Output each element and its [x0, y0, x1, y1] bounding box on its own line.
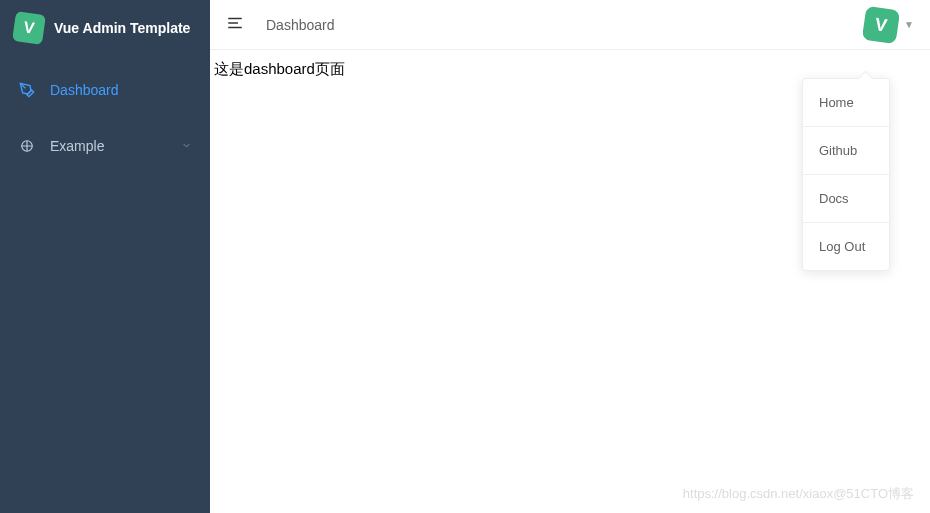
logo-icon: V [12, 11, 46, 45]
example-icon [18, 139, 36, 153]
dashboard-icon [18, 82, 36, 98]
sidebar-item-example[interactable]: Example [0, 118, 210, 174]
logo-text: Vue Admin Template [54, 20, 190, 36]
dropdown-item-github[interactable]: Github [803, 126, 889, 174]
sidebar: V Vue Admin Template Dashboard Example [0, 0, 210, 513]
avatar: V [862, 5, 900, 43]
navbar: Dashboard V ▼ [210, 0, 930, 50]
sidebar-item-label: Example [50, 138, 104, 154]
app-root: V Vue Admin Template Dashboard Example [0, 0, 930, 513]
sidebar-item-label: Dashboard [50, 82, 119, 98]
sidebar-item-dashboard[interactable]: Dashboard [0, 62, 210, 118]
user-avatar-dropdown[interactable]: V ▼ [864, 8, 914, 42]
dropdown-item-docs[interactable]: Docs [803, 174, 889, 222]
logo-area[interactable]: V Vue Admin Template [0, 0, 210, 56]
breadcrumb: Dashboard [266, 17, 335, 33]
caret-down-icon: ▼ [904, 19, 914, 30]
hamburger-icon[interactable] [226, 14, 246, 36]
chevron-down-icon [181, 138, 192, 154]
dropdown-item-logout[interactable]: Log Out [803, 222, 889, 270]
dropdown-item-home[interactable]: Home [803, 79, 889, 126]
sidebar-menu: Dashboard Example [0, 56, 210, 174]
content-text: 这是dashboard页面 [214, 60, 345, 77]
user-dropdown-menu: Home Github Docs Log Out [802, 78, 890, 271]
